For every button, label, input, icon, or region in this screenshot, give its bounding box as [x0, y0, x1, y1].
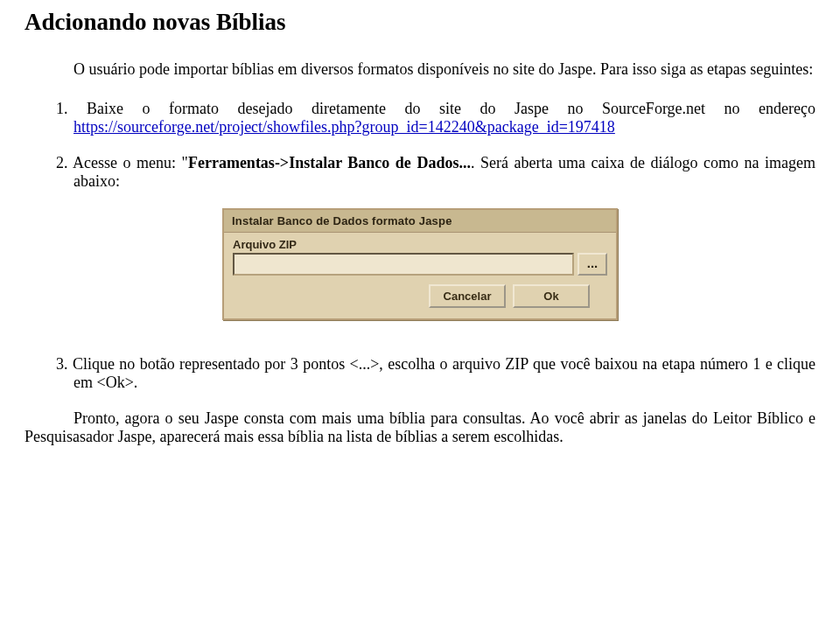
- step-3: 3. Clique no botão representado por 3 po…: [24, 355, 816, 392]
- step-2-text-before: Acesse o menu: ": [68, 154, 188, 171]
- install-dialog: Instalar Banco de Dados formato Jaspe Ar…: [222, 208, 618, 320]
- dialog-titlebar: Instalar Banco de Dados formato Jaspe: [224, 210, 616, 233]
- step-2-number: 2.: [56, 154, 68, 171]
- zip-file-input[interactable]: [233, 253, 574, 276]
- step-3-text: Clique no botão representado por 3 ponto…: [68, 355, 816, 391]
- step-3-number: 3.: [56, 355, 68, 373]
- conclusion-paragraph: Pronto, agora o seu Jaspe consta com mai…: [24, 409, 816, 446]
- cancel-button[interactable]: Cancelar: [429, 284, 506, 308]
- browse-button[interactable]: ...: [578, 253, 607, 276]
- intro-paragraph: O usuário pode importar bíblias em diver…: [24, 60, 816, 79]
- sourceforge-link[interactable]: https://sourceforge.net/project/showfile…: [74, 118, 615, 136]
- step-2: 2. Acesse o menu: "Ferramentas->Instalar…: [24, 154, 816, 191]
- step-1-number: 1.: [56, 100, 68, 117]
- step-1-text-before: Baixe o formato desejado diretamente do …: [68, 100, 816, 117]
- ok-button[interactable]: Ok: [513, 284, 590, 308]
- page-title: Adcionando novas Bíblias: [24, 9, 816, 36]
- step-2-menu-path: Ferramentas->Instalar Banco de Dados...: [188, 154, 471, 171]
- step-1: 1. Baixe o formato desejado diretamente …: [24, 100, 816, 136]
- zip-field-label: Arquivo ZIP: [233, 238, 607, 251]
